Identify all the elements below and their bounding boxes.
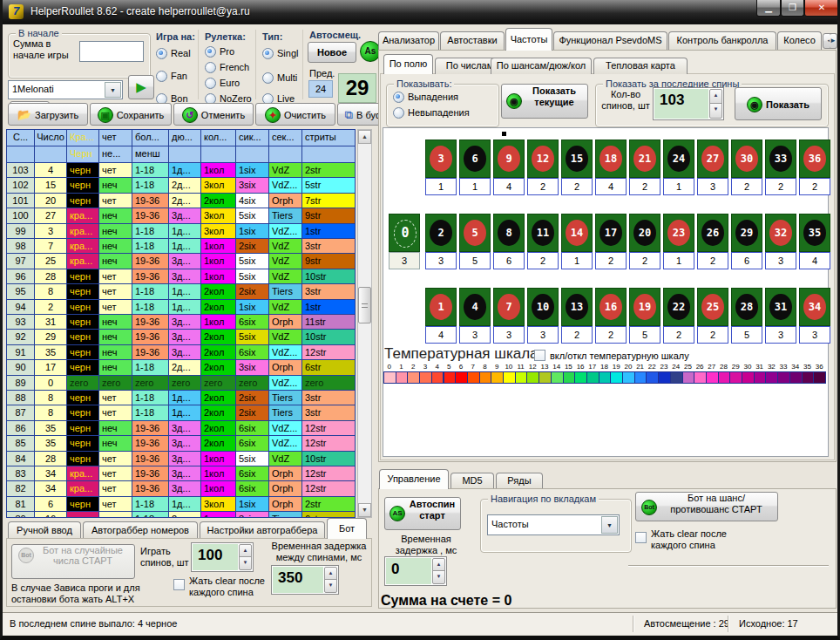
table-row-index[interactable]: 84 (7, 452, 35, 466)
table-cell[interactable]: 12str (302, 345, 356, 360)
table-cell[interactable]: Orph (269, 497, 302, 512)
table-row-index[interactable]: 95 (7, 284, 35, 299)
table-cell[interactable]: zero (169, 376, 201, 391)
table-cell[interactable]: zero (132, 376, 169, 391)
table-cell[interactable]: 2кол (201, 405, 236, 420)
table-cell[interactable]: чет (99, 163, 132, 178)
table-cell[interactable]: 3кол (201, 178, 236, 193)
tabs-scroll-right-icon[interactable]: ► (830, 33, 837, 49)
tab-колесо[interactable]: Колесо (777, 31, 822, 50)
table-cell[interactable]: 6six (236, 481, 269, 496)
table-cell[interactable]: VdZ (269, 254, 302, 269)
chevron-down-icon[interactable]: ▼ (105, 82, 121, 98)
table-cell[interactable]: Tiers (269, 284, 302, 299)
table-cell[interactable]: 1-18 (132, 224, 169, 239)
table-cell[interactable]: 1кол (201, 481, 236, 496)
stepper-down-icon[interactable]: ▼ (709, 103, 722, 119)
radio-type-multi[interactable]: Multi (262, 71, 297, 84)
table-row-index[interactable]: 91 (7, 345, 35, 360)
table-cell[interactable]: кра... (67, 254, 99, 269)
table-cell[interactable]: чет (99, 269, 132, 284)
table-cell-number[interactable]: 29 (35, 330, 67, 344)
table-cell[interactable]: 3кол (201, 497, 236, 512)
table-cell[interactable]: Orph (269, 315, 302, 330)
table-cell[interactable]: 1-18 (132, 405, 169, 420)
table-cell[interactable]: 9str (302, 254, 356, 269)
table-cell[interactable]: 1кол (201, 239, 236, 254)
table-cell[interactable]: VdZ (269, 452, 302, 466)
table-cell[interactable]: 19-36 (132, 330, 169, 344)
radio-wheel-french[interactable]: French (205, 61, 249, 73)
radio-wheel-euro[interactable]: Euro (205, 77, 240, 89)
table-cell[interactable]: 1-18 (132, 284, 169, 299)
start-sum-input[interactable] (79, 41, 144, 62)
table-cell[interactable]: чет (99, 452, 132, 466)
table-cell[interactable]: чет (99, 284, 132, 299)
table-cell[interactable]: 1str (302, 300, 356, 315)
radio-game-real[interactable]: Real (156, 47, 191, 59)
table-cell[interactable]: 19-36 (132, 208, 169, 223)
table-cell-number[interactable]: 28 (35, 269, 67, 284)
table-cell[interactable]: 2кол (201, 284, 236, 299)
table-cell[interactable]: 3д... (169, 315, 201, 330)
table-cell[interactable]: 2д... (169, 178, 201, 193)
table-cell[interactable]: 5six (236, 452, 269, 466)
table-cell[interactable]: Orph (269, 481, 302, 496)
table-cell[interactable]: 3str (302, 391, 356, 405)
table-cell[interactable]: 6six (236, 315, 269, 330)
table-cell[interactable]: 19-36 (132, 254, 169, 269)
table-cell[interactable]: 2кол (201, 300, 236, 315)
table-cell-number[interactable]: 34 (35, 481, 67, 496)
table-cell[interactable]: 1-18 (132, 512, 169, 518)
profile-combobox[interactable]: 1Melonati ▼ (8, 80, 123, 99)
table-cell-number[interactable]: 7 (35, 239, 67, 254)
table-cell[interactable]: 2кол (201, 360, 236, 375)
nav-tab-combobox[interactable]: Частоты ▼ (487, 514, 620, 535)
table-cell[interactable]: zero (236, 376, 269, 391)
tab-настройки-автограббера[interactable]: Настройки автограббера (200, 521, 325, 539)
table-cell[interactable]: Tiers (269, 208, 302, 223)
table-cell[interactable]: 3str (302, 284, 356, 299)
table-cell[interactable]: черн (67, 452, 99, 466)
table-cell[interactable]: черн (67, 405, 99, 420)
table-cell[interactable]: VdZ (269, 239, 302, 254)
table-row-index[interactable]: 85 (7, 436, 35, 451)
table-cell[interactable]: 5str (302, 178, 356, 193)
table-cell[interactable]: 3д... (169, 330, 201, 344)
table-cell[interactable]: 1six (236, 497, 269, 512)
table-cell[interactable]: 4six (236, 194, 269, 208)
control-clear-checkbox[interactable] (635, 532, 647, 543)
table-row-index[interactable]: 90 (7, 360, 35, 375)
table-cell[interactable]: VdZ (269, 163, 302, 178)
table-cell[interactable]: неч (99, 421, 132, 436)
table-cell[interactable]: 1д... (169, 497, 201, 512)
table-cell[interactable]: 6str (302, 360, 356, 375)
table-cell[interactable]: 6str (302, 512, 356, 518)
table-cell-number[interactable]: 27 (35, 208, 67, 223)
table-cell[interactable]: кра... (67, 481, 99, 496)
spins-count-stepper[interactable]: 100▲▼ (191, 542, 254, 572)
table-cell-number[interactable]: 20 (35, 194, 67, 208)
table-row-index[interactable]: 81 (7, 497, 35, 512)
table-cell-number[interactable]: 16 (35, 512, 67, 518)
tab-ручной-ввод[interactable]: Ручной ввод (8, 521, 81, 539)
table-cell[interactable]: 3кол (201, 208, 236, 223)
table-cell[interactable]: черн (67, 194, 99, 208)
table-cell[interactable]: чет (99, 512, 132, 518)
table-cell[interactable]: черн (67, 436, 99, 451)
table-cell[interactable]: 1-18 (132, 163, 169, 178)
table-cell[interactable]: черн (67, 315, 99, 330)
table-cell[interactable]: 2six (236, 391, 269, 405)
table-cell[interactable]: неч (99, 208, 132, 223)
tab-автоставки[interactable]: Автоставки (440, 31, 505, 50)
table-row-index[interactable]: 100 (7, 208, 35, 223)
close-button[interactable]: ✕ (804, 0, 839, 17)
table-row-index[interactable]: 88 (7, 391, 35, 405)
table-cell[interactable]: 3д... (169, 452, 201, 466)
load-button[interactable]: 📂Загрузить (8, 103, 88, 126)
table-cell[interactable]: неч (99, 345, 132, 360)
table-cell[interactable]: 10str (302, 330, 356, 344)
table-cell[interactable]: 3д... (169, 421, 201, 436)
table-cell[interactable]: 1six (236, 224, 269, 239)
table-cell[interactable]: 1-18 (132, 360, 169, 375)
